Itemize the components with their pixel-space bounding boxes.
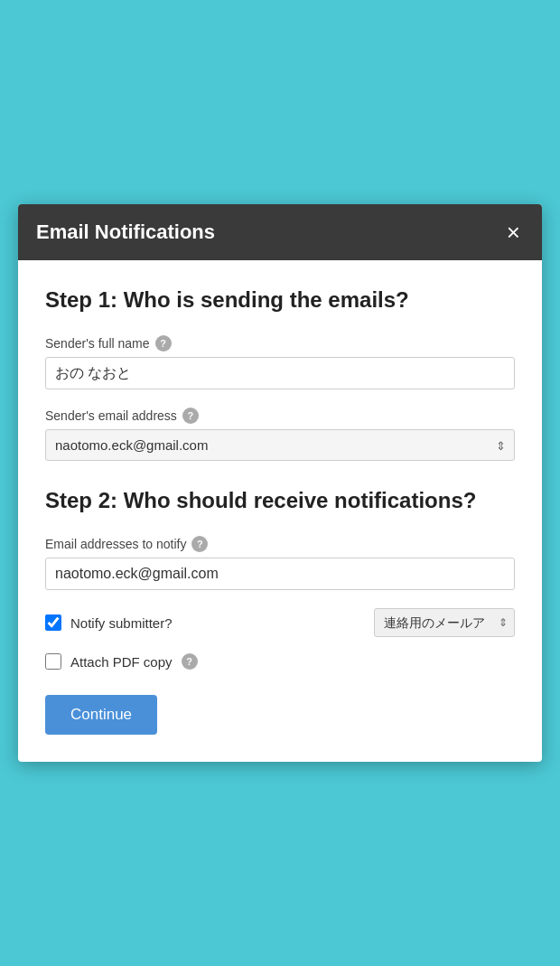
sender-email-select[interactable]: naotomo.eck@gmail.com — [45, 429, 515, 461]
sender-name-field-group: Sender's full name ? — [45, 335, 515, 389]
notify-submitter-select-wrapper: 連絡用のメールア — [374, 608, 515, 637]
sender-email-select-wrapper: naotomo.eck@gmail.com — [45, 429, 515, 461]
attach-pdf-checkbox[interactable] — [45, 653, 61, 670]
step2-title: Step 2: Who should receive notifications… — [45, 486, 515, 514]
modal-header: Email Notifications × — [18, 204, 542, 260]
notify-addresses-label: Email addresses to notify ? — [45, 536, 515, 552]
notify-submitter-row: Notify submitter? 連絡用のメールア — [45, 608, 515, 637]
notify-addresses-help-icon[interactable]: ? — [191, 536, 208, 552]
notify-addresses-input[interactable] — [45, 558, 515, 590]
notify-submitter-label: Notify submitter? — [70, 615, 173, 631]
notify-submitter-select[interactable]: 連絡用のメールア — [374, 608, 515, 637]
attach-pdf-help-icon[interactable]: ? — [182, 653, 198, 670]
sender-email-help-icon[interactable]: ? — [182, 408, 199, 424]
sender-name-input[interactable] — [45, 357, 515, 389]
step1-title: Step 1: Who is sending the emails? — [45, 286, 515, 314]
sender-name-help-icon[interactable]: ? — [155, 335, 172, 352]
modal-body: Step 1: Who is sending the emails? Sende… — [18, 260, 542, 762]
continue-button[interactable]: Continue — [45, 695, 157, 735]
sender-name-label: Sender's full name ? — [45, 335, 515, 352]
sender-email-label: Sender's email address ? — [45, 408, 515, 424]
notify-submitter-checkbox[interactable] — [45, 614, 61, 631]
attach-pdf-row: Attach PDF copy ? — [45, 653, 515, 670]
modal-title: Email Notifications — [36, 220, 215, 244]
attach-pdf-label: Attach PDF copy — [70, 654, 173, 670]
sender-email-field-group: Sender's email address ? naotomo.eck@gma… — [45, 408, 515, 461]
email-notifications-modal: Email Notifications × Step 1: Who is sen… — [18, 204, 542, 762]
close-button[interactable]: × — [503, 220, 524, 244]
notify-addresses-field-group: Email addresses to notify ? — [45, 536, 515, 590]
